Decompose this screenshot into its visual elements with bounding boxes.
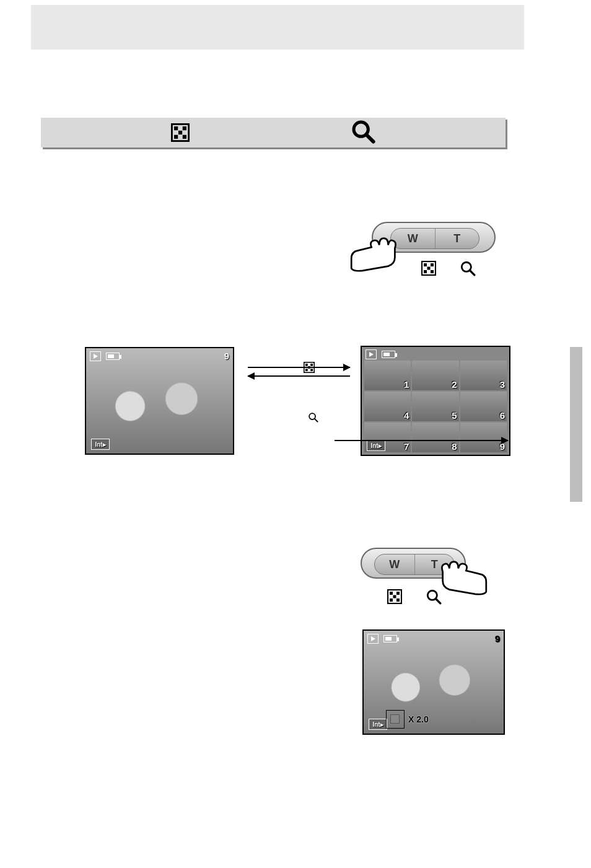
- playback-screen-zoomed: 9 Int▸ X 2.0: [362, 629, 505, 735]
- frame-number: 9: [224, 351, 229, 361]
- playback-screen-single: 9 Int▸: [85, 347, 234, 455]
- svg-line-7: [366, 134, 374, 142]
- memory-int-badge: Int▸: [367, 440, 385, 451]
- hand-icon: [347, 230, 403, 274]
- osd-top-row: 9: [90, 351, 229, 361]
- memory-int-badge: Int▸: [369, 719, 387, 730]
- svg-line-31: [436, 598, 440, 603]
- thumbnail-icon: [304, 362, 315, 375]
- magnify-icon: [426, 589, 442, 607]
- svg-rect-5: [183, 135, 186, 139]
- magnify-icon: [308, 412, 318, 425]
- osd-top-row: 9: [367, 633, 500, 644]
- arrow-right: [248, 367, 350, 368]
- svg-rect-21: [310, 369, 313, 371]
- section-heading-bar: [41, 118, 506, 147]
- frame-number: 9: [495, 633, 500, 644]
- svg-rect-20: [305, 369, 308, 371]
- thumbnail-icon: [421, 261, 436, 278]
- transition-arrows: [248, 359, 350, 384]
- thumbnail-grid: 1 2 3 4 5 6 7 8 9: [364, 361, 507, 452]
- zoom-position-box: [386, 710, 405, 729]
- svg-line-15: [470, 270, 475, 275]
- svg-rect-26: [396, 592, 400, 595]
- zoom-ratio: X 2.0: [408, 714, 429, 724]
- thumbnail-icon: [387, 589, 402, 607]
- thumb-cell[interactable]: 1: [364, 361, 411, 390]
- svg-rect-29: [396, 598, 400, 602]
- zoom-w-button[interactable]: W: [375, 555, 415, 574]
- svg-rect-27: [393, 595, 396, 598]
- svg-rect-17: [305, 364, 308, 366]
- selection-arrow: [335, 440, 508, 441]
- svg-rect-1: [174, 126, 178, 130]
- playback-mode-icon: [90, 351, 101, 361]
- thumb-cell[interactable]: 2: [412, 361, 458, 390]
- playback-mode-icon: [367, 634, 379, 644]
- hand-icon: [435, 554, 491, 597]
- thumb-cell[interactable]: 9: [460, 423, 507, 452]
- playback-mode-icon: [366, 349, 377, 359]
- osd-top-row: [366, 349, 506, 359]
- icon-row-2: [387, 589, 442, 607]
- svg-rect-11: [427, 267, 431, 270]
- svg-rect-13: [431, 270, 434, 273]
- arrow-left: [248, 375, 350, 377]
- thumb-cell[interactable]: 8: [412, 423, 458, 452]
- top-banner: [31, 5, 524, 50]
- memory-int-badge: Int▸: [91, 439, 110, 450]
- svg-rect-2: [183, 126, 186, 130]
- magnify-icon: [460, 260, 476, 279]
- svg-rect-18: [310, 364, 313, 366]
- thumb-cell[interactable]: 5: [412, 392, 458, 421]
- zoom-t-button[interactable]: T: [436, 229, 479, 248]
- svg-line-23: [315, 419, 318, 422]
- battery-icon: [382, 351, 395, 358]
- magnify-icon: [351, 119, 375, 146]
- battery-icon: [383, 635, 397, 642]
- zoom-indicator: X 2.0: [386, 710, 429, 729]
- svg-rect-12: [424, 270, 427, 273]
- thumbnail-icon: [171, 123, 190, 144]
- svg-rect-10: [431, 263, 434, 266]
- icon-row-1: [421, 260, 476, 279]
- svg-rect-3: [178, 131, 182, 134]
- svg-rect-25: [390, 592, 393, 595]
- thumb-cell[interactable]: 3: [460, 361, 507, 390]
- photo-placeholder: [86, 348, 233, 454]
- svg-rect-4: [174, 135, 178, 139]
- svg-rect-28: [390, 598, 393, 602]
- thumb-cell[interactable]: 6: [460, 392, 507, 421]
- battery-icon: [106, 353, 120, 360]
- thumb-cell[interactable]: 4: [364, 392, 411, 421]
- svg-rect-9: [424, 263, 427, 266]
- svg-rect-19: [308, 366, 310, 369]
- side-tab: [570, 347, 582, 502]
